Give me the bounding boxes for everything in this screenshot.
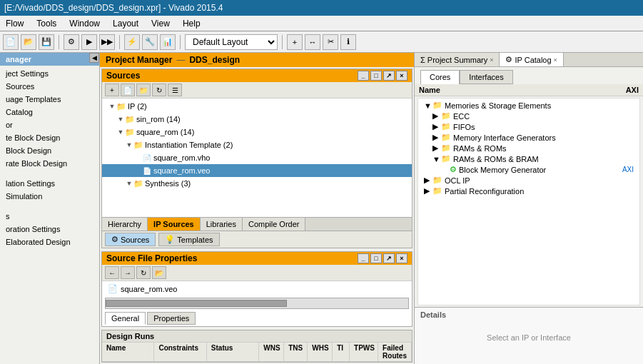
tab-hierarchy[interactable]: Hierarchy — [102, 218, 148, 231]
tree-item-ip[interactable]: ▼ 📁 IP (2) — [102, 100, 412, 113]
expand-partial[interactable]: ▶ — [424, 186, 432, 196]
toolbar-run-synth[interactable]: ⚙ — [64, 34, 79, 50]
toolbar-info[interactable]: ℹ — [340, 34, 356, 50]
toolbar-connect[interactable]: ↔ — [305, 34, 320, 50]
toolbar-add[interactable]: + — [287, 34, 303, 50]
menu-window[interactable]: Window — [66, 18, 103, 29]
tree-item-synthesis[interactable]: ▼ 📁 Synthesis (3) — [102, 177, 412, 190]
toolbar-run-bitstream[interactable]: ▶▶ — [99, 34, 115, 50]
toolbar-prog[interactable]: ⚡ — [124, 34, 140, 50]
sfp-tab-properties[interactable]: Properties — [147, 312, 196, 325]
sidebar-item-s[interactable]: s — [0, 210, 99, 223]
ip-item-partial-reconfig[interactable]: ▶ 📁 Partial Reconfiguration — [418, 186, 639, 196]
expand-ocl[interactable]: ▶ — [424, 176, 432, 185]
sfp-open[interactable]: 📂 — [152, 266, 166, 279]
toolbar-open[interactable]: 📂 — [21, 34, 36, 50]
sources-maximize[interactable]: □ — [370, 71, 382, 81]
toolbar-analyse[interactable]: 📊 — [160, 34, 176, 50]
layout-dropdown[interactable]: Default Layout — [185, 34, 278, 50]
tree-item-veo[interactable]: 📄 square_rom.veo — [102, 164, 412, 177]
tree-item-inst-template[interactable]: ▼ 📁 Instantiation Template (2) — [102, 138, 412, 151]
ip-tree[interactable]: ▼ 📁 Memories & Storage Elements ▶ 📁 ECC … — [417, 98, 640, 305]
ip-item-fifos[interactable]: ▶ 📁 FIFOs — [418, 121, 639, 132]
menu-view[interactable]: View — [148, 18, 173, 29]
toolbar-save[interactable]: 💾 — [39, 34, 54, 50]
src-add-dir-btn[interactable]: 📁 — [136, 84, 151, 96]
menu-flow[interactable]: Flow — [3, 18, 26, 29]
sidebar-item-elaborated-design[interactable]: Elaborated Design — [0, 236, 99, 248]
expand-rams-roms[interactable]: ▶ — [432, 143, 441, 153]
sfp-scrollbar[interactable] — [105, 298, 409, 309]
tab-libraries[interactable]: Libraries — [201, 218, 243, 231]
sidebar-collapse[interactable]: ◀ — [89, 53, 99, 63]
toolbar-new[interactable]: 📄 — [3, 34, 19, 50]
sfp-float[interactable]: ↗ — [383, 253, 395, 263]
src-refresh-btn[interactable]: ↻ — [152, 84, 166, 96]
tab-project-summary-close[interactable]: × — [490, 56, 493, 64]
tab-ip-catalog-close[interactable]: × — [554, 56, 557, 64]
sfp-refresh[interactable]: ↻ — [136, 266, 151, 279]
expand-rams-roms-bram[interactable]: ▼ — [432, 155, 441, 163]
expand-synth[interactable]: ▼ — [125, 179, 133, 188]
sources-minimize[interactable]: _ — [358, 71, 369, 81]
src-add-btn[interactable]: + — [105, 84, 119, 96]
expand-fifos[interactable]: ▶ — [432, 122, 441, 131]
menu-layout[interactable]: Layout — [110, 18, 141, 29]
tab-project-summary[interactable]: Σ Project Summary × — [415, 53, 500, 66]
expand-ecc[interactable]: ▶ — [432, 111, 441, 121]
sub-tab-sources[interactable]: ⚙ Sources — [105, 233, 156, 246]
tree-item-square-rom[interactable]: ▼ 📁 square_rom (14) — [102, 126, 412, 138]
expand-memories[interactable]: ▼ — [424, 101, 432, 110]
tab-compile-order[interactable]: Compile Order — [243, 218, 306, 231]
tab-ip-catalog[interactable]: ⚙ IP Catalog × — [500, 53, 563, 66]
sfp-back[interactable]: ← — [105, 266, 119, 279]
ip-cat-tab-cores[interactable]: Cores — [420, 70, 460, 84]
sidebar-item-lang-templates[interactable]: uage Templates — [0, 93, 99, 106]
sfp-forward[interactable]: → — [121, 266, 135, 279]
ip-item-rams-roms[interactable]: ▶ 📁 RAMs & ROMs — [418, 143, 639, 153]
sfp-close[interactable]: × — [396, 253, 407, 263]
expand-ip[interactable]: ▼ — [108, 102, 116, 111]
ip-item-ocl[interactable]: ▶ 📁 OCL IP — [418, 175, 639, 186]
toolbar-run-impl[interactable]: ▶ — [81, 34, 97, 50]
sfp-minimize[interactable]: _ — [358, 253, 369, 263]
sidebar-item-catalog[interactable]: Catalog — [0, 106, 99, 118]
sources-tree[interactable]: ▼ 📁 IP (2) ▼ 📁 sin_rom (14) — [102, 98, 412, 217]
ip-item-block-mem-gen[interactable]: ⚙ Block Memory Generator AXI — [418, 164, 639, 175]
ip-item-memories[interactable]: ▼ 📁 Memories & Storage Elements — [418, 100, 639, 111]
sidebar-item-simulation[interactable]: Simulation — [0, 190, 99, 203]
expand-mig[interactable]: ▶ — [432, 133, 441, 142]
toolbar-disconnect[interactable]: ✂ — [323, 34, 338, 50]
sidebar-item-ip[interactable]: or — [0, 118, 99, 131]
src-create-btn[interactable]: 📄 — [121, 84, 135, 96]
sources-panel-controls: _ □ ↗ × — [358, 71, 407, 81]
sidebar-item-sources[interactable]: Sources — [0, 80, 99, 93]
sidebar-item-sim-settings[interactable]: lation Settings — [0, 177, 99, 190]
sub-tab-templates[interactable]: 💡 Templates — [158, 233, 219, 246]
file-icon: 📄 — [142, 153, 152, 163]
pm-title: Project Manager — [106, 55, 172, 65]
ip-item-mig[interactable]: ▶ 📁 Memory Interface Generators — [418, 132, 639, 143]
sources-float[interactable]: ↗ — [383, 71, 395, 81]
sources-close[interactable]: × — [396, 71, 407, 81]
sidebar-item-create-block[interactable]: te Block Design — [0, 131, 99, 144]
tree-item-sin-rom[interactable]: ▼ 📁 sin_rom (14) — [102, 113, 412, 126]
expand-sin-rom[interactable]: ▼ — [116, 115, 125, 123]
src-view-btn[interactable]: ☰ — [168, 84, 182, 96]
sfp-maximize[interactable]: □ — [370, 253, 382, 263]
ip-cat-tab-interfaces[interactable]: Interfaces — [460, 70, 512, 84]
sidebar-item-open-block[interactable]: Block Design — [0, 144, 99, 157]
tab-ip-sources[interactable]: IP Sources — [148, 218, 201, 231]
ip-item-rams-roms-bram[interactable]: ▼ 📁 RAMs & ROMs & BRAM — [418, 153, 639, 164]
sidebar-item-elaboration-settings[interactable]: oration Settings — [0, 223, 99, 236]
toolbar-debug[interactable]: 🔧 — [142, 34, 158, 50]
ip-item-ecc[interactable]: ▶ 📁 ECC — [418, 111, 639, 121]
menu-help[interactable]: Help — [180, 18, 203, 29]
menu-tools[interactable]: Tools — [34, 18, 59, 29]
sfp-tab-general[interactable]: General — [105, 312, 146, 325]
sidebar-item-generate-block[interactable]: rate Block Design — [0, 157, 99, 170]
expand-square-rom[interactable]: ▼ — [116, 128, 125, 136]
sidebar-item-project-settings[interactable]: ject Settings — [0, 67, 99, 80]
tree-item-vho[interactable]: 📄 square_rom.vho — [102, 151, 412, 164]
expand-inst[interactable]: ▼ — [125, 141, 133, 149]
